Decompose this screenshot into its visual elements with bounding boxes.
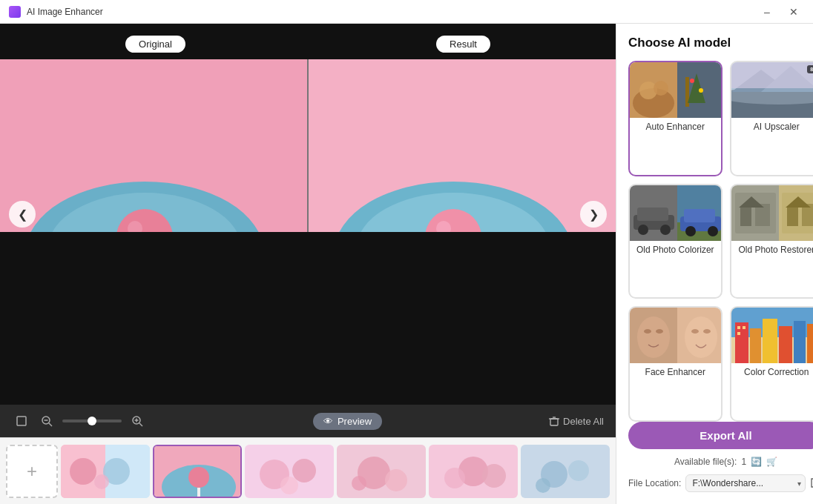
svg-point-32 — [188, 467, 209, 488]
svg-point-74 — [685, 226, 696, 236]
toolbar: 👁 Preview Delete All — [0, 405, 616, 437]
model-label-ai-upscaler: AI Upscaler — [731, 118, 814, 136]
zoom-out-button[interactable] — [37, 411, 56, 431]
svg-rect-78 — [740, 208, 751, 226]
svg-point-87 — [637, 316, 670, 358]
model-card-ai-upscaler[interactable]: 8k AI Upscaler — [730, 61, 814, 176]
zoom-thumb — [88, 417, 96, 425]
model-card-color-correction[interactable]: Color Correction — [730, 306, 814, 422]
list-item[interactable] — [61, 445, 150, 498]
toolbar-left — [12, 411, 147, 431]
model-card-old-photo-restorer[interactable]: Old Photo Restorer — [730, 184, 814, 299]
file-location-select-wrapper: F:\Wondershare... ▾ — [685, 474, 806, 492]
svg-point-93 — [703, 329, 711, 334]
svg-rect-14 — [17, 417, 26, 425]
svg-rect-103 — [743, 326, 745, 329]
model-thumb-face-enhancer — [630, 308, 721, 363]
browse-folder-button[interactable] — [810, 475, 813, 491]
svg-rect-22 — [550, 419, 558, 425]
svg-point-37 — [280, 477, 298, 494]
nav-next-button[interactable]: ❯ — [580, 201, 607, 228]
svg-rect-104 — [737, 332, 740, 335]
svg-line-17 — [49, 423, 52, 426]
file-location-select[interactable]: F:\Wondershare... — [685, 474, 806, 492]
list-item[interactable] — [153, 445, 242, 498]
svg-point-53 — [654, 81, 668, 96]
svg-point-89 — [656, 329, 663, 334]
svg-point-41 — [352, 476, 366, 491]
svg-rect-67 — [637, 208, 668, 221]
main-layout: Original Result ❮ ❯ — [0, 24, 813, 504]
svg-point-92 — [691, 329, 699, 334]
svg-rect-64 — [731, 62, 814, 88]
list-item[interactable] — [337, 445, 426, 498]
app-title: AI Image Enhancer — [27, 7, 103, 17]
model-card-face-enhancer[interactable]: Face Enhancer — [628, 306, 723, 422]
model-label-auto-enhancer: Auto Enhancer — [630, 118, 721, 136]
model-label-old-photo-colorizer: Old Photo Colorizer — [630, 241, 721, 259]
title-bar-left: AI Image Enhancer — [9, 6, 103, 18]
delete-all-button[interactable]: Delete All — [548, 415, 604, 427]
svg-rect-100 — [794, 321, 806, 363]
svg-rect-33 — [197, 488, 200, 498]
svg-point-36 — [292, 459, 316, 483]
choose-model-title: Choose AI model — [628, 36, 813, 50]
refresh-icon[interactable]: 🔄 — [751, 457, 762, 467]
svg-rect-99 — [779, 326, 792, 363]
delete-all-label: Delete All — [563, 416, 604, 427]
available-files-count: 1 — [741, 457, 746, 467]
preview-label: Preview — [338, 416, 372, 427]
thumbnail-strip: + — [0, 437, 616, 504]
svg-rect-98 — [763, 319, 777, 363]
close-button[interactable]: ✕ — [783, 4, 804, 19]
list-item[interactable] — [429, 445, 518, 498]
result-label: Result — [436, 36, 490, 53]
original-label: Original — [125, 36, 185, 53]
minimize-button[interactable]: – — [757, 4, 777, 19]
model-thumb-color-correction — [731, 308, 814, 363]
svg-rect-97 — [750, 328, 761, 363]
upscaler-badge: 8k — [807, 65, 813, 73]
zoom-slider[interactable] — [62, 420, 122, 422]
svg-point-91 — [685, 316, 717, 358]
nav-prev-button[interactable]: ❮ — [9, 201, 36, 228]
file-location-row: File Location: F:\Wondershare... ▾ — [628, 474, 813, 492]
crop-tool-button[interactable] — [12, 411, 31, 431]
svg-rect-102 — [737, 326, 740, 329]
preview-button[interactable]: 👁 Preview — [313, 413, 382, 430]
model-thumb-auto-enhancer — [630, 62, 721, 118]
image-area: Original Result ❮ ❯ — [0, 24, 616, 405]
svg-point-68 — [638, 225, 648, 235]
cart-icon[interactable]: 🛒 — [766, 457, 777, 467]
svg-point-29 — [94, 474, 109, 489]
model-thumb-old-photo-restorer — [731, 185, 814, 241]
model-card-old-photo-colorizer[interactable]: Old Photo Colorizer — [628, 184, 723, 299]
svg-point-57 — [690, 79, 694, 83]
svg-rect-83 — [787, 208, 798, 226]
model-label-face-enhancer: Face Enhancer — [630, 363, 721, 381]
add-image-button[interactable]: + — [6, 445, 58, 498]
svg-point-88 — [644, 329, 651, 334]
model-card-auto-enhancer[interactable]: Auto Enhancer — [628, 61, 723, 176]
svg-rect-73 — [684, 209, 715, 222]
svg-point-27 — [70, 458, 96, 485]
eye-icon: 👁 — [323, 416, 333, 427]
title-bar-controls: – ✕ — [757, 4, 804, 19]
svg-line-21 — [139, 423, 142, 426]
title-bar: AI Image Enhancer – ✕ — [0, 0, 813, 24]
svg-point-49 — [536, 478, 550, 493]
file-info-row: Available file(s): 1 🔄 🛒 — [628, 457, 813, 467]
image-labels: Original Result — [0, 36, 616, 53]
list-item[interactable] — [245, 445, 334, 498]
list-item[interactable] — [521, 445, 610, 498]
svg-point-58 — [699, 88, 703, 93]
export-all-button[interactable]: Export All — [628, 422, 813, 449]
app-icon — [9, 6, 21, 18]
left-panel: Original Result ❮ ❯ — [0, 24, 616, 504]
svg-point-69 — [660, 225, 671, 235]
svg-point-75 — [708, 226, 718, 236]
add-icon: + — [27, 461, 37, 482]
zoom-in-button[interactable] — [128, 411, 147, 431]
right-panel: Choose AI model — [616, 24, 813, 504]
model-grid: Auto Enhancer 8k — [628, 61, 813, 422]
